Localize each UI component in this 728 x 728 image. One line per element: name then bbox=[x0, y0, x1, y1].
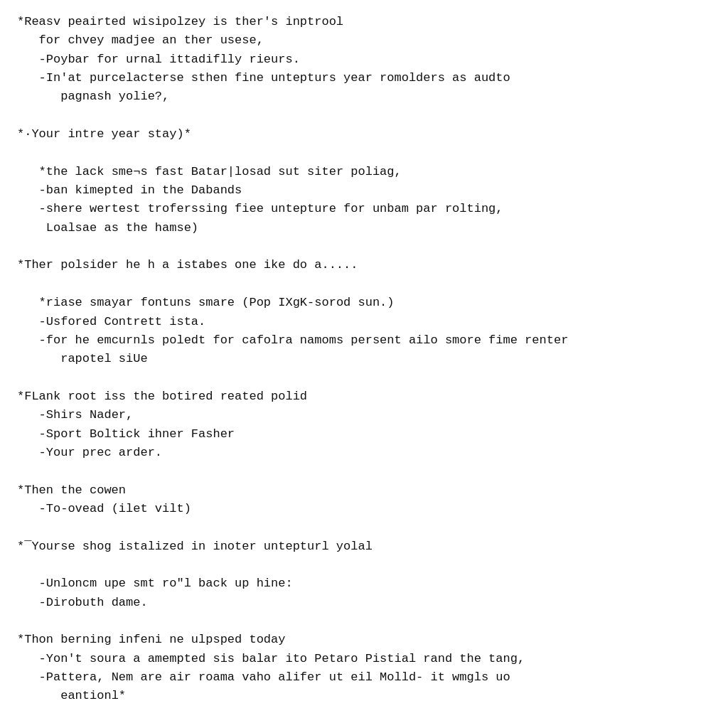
main-text-content: *Reasv peairted wisipolzey is ther's inp… bbox=[17, 13, 711, 706]
